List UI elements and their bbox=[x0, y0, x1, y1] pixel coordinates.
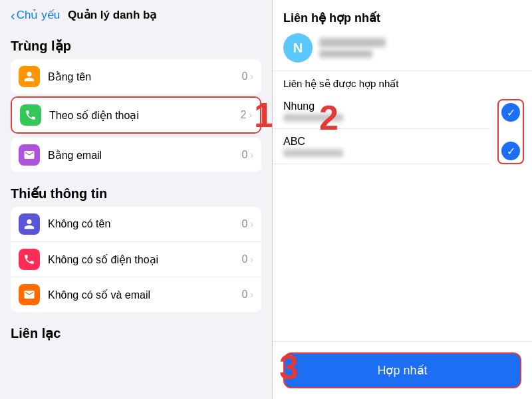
section-lien-lac: Liên lạc bbox=[0, 315, 272, 344]
merge-item-2-info: ABC bbox=[283, 136, 479, 157]
contact-name-blurred bbox=[319, 38, 386, 47]
left-panel: ‹ Chủ yếu Quản lý danh bạ Trùng lặp Bằng… bbox=[0, 0, 273, 399]
nav-back-button[interactable]: ‹ Chủ yếu bbox=[11, 8, 60, 22]
right-header: Liên hệ hợp nhất N bbox=[273, 0, 532, 71]
right-title: Liên hệ hợp nhất bbox=[283, 11, 521, 25]
theo-so-wrapper: Theo số điện thoại 2 › 1 bbox=[11, 96, 261, 134]
checkmark-1-icon: ✓ bbox=[507, 106, 515, 119]
khong-co-ten-label: Không có tên bbox=[48, 218, 241, 230]
khong-co-ten-icon bbox=[19, 213, 40, 235]
bang-ten-chevron: › bbox=[250, 71, 253, 82]
bang-email-count: 0 bbox=[241, 149, 247, 161]
list-item-bang-ten[interactable]: Bằng tên 0 › bbox=[11, 59, 261, 94]
merge-item-1-phone bbox=[283, 114, 343, 122]
spacer bbox=[273, 217, 532, 341]
step3-label: 3 bbox=[279, 350, 299, 384]
merge-list: Nhung ABC ✓ ✓ bbox=[273, 94, 532, 217]
group-bang-email: Bằng email 0 › bbox=[11, 138, 261, 172]
step1-label: 1 bbox=[254, 98, 273, 132]
group-thieu-thong-tin: Không có tên 0 › Không có số điện thoại … bbox=[11, 207, 261, 312]
theo-so-count: 2 bbox=[240, 109, 246, 121]
merge-item-1-name: Nhung bbox=[283, 100, 479, 112]
merge-items-container: Nhung ABC bbox=[273, 94, 489, 170]
bang-email-icon bbox=[19, 144, 40, 166]
right-subtitle: Liên hệ sẽ được hợp nhất bbox=[273, 71, 532, 94]
khong-so-email-chevron: › bbox=[250, 289, 253, 300]
contact-preview: N bbox=[283, 33, 521, 63]
checkbox-border: ✓ ✓ bbox=[497, 99, 524, 164]
right-panel: Liên hệ hợp nhất N Liên hệ sẽ được hợp n… bbox=[273, 0, 532, 399]
section-thieu-thong-tin: Thiếu thông tin bbox=[0, 175, 272, 207]
merge-item-1-info: Nhung bbox=[283, 100, 479, 122]
list-item-khong-co-ten[interactable]: Không có tên 0 › bbox=[11, 207, 261, 242]
merge-item-1[interactable]: Nhung bbox=[273, 94, 489, 129]
contact-info-preview bbox=[319, 38, 386, 58]
khong-so-count: 0 bbox=[241, 253, 247, 265]
bang-email-chevron: › bbox=[250, 150, 253, 160]
checkbox-1[interactable]: ✓ bbox=[501, 103, 520, 122]
bang-ten-label: Bằng tên bbox=[48, 70, 241, 83]
theo-so-chevron: › bbox=[249, 110, 252, 120]
khong-so-label: Không có số điện thoại bbox=[48, 253, 241, 266]
theo-so-icon bbox=[20, 104, 41, 126]
khong-co-ten-chevron: › bbox=[250, 219, 253, 229]
bottom-section: 3 Hợp nhất bbox=[273, 341, 532, 399]
nav-title: Quản lý danh bạ bbox=[68, 8, 156, 22]
khong-so-email-label: Không có số và email bbox=[48, 289, 241, 301]
merge-item-2[interactable]: ABC bbox=[273, 129, 489, 164]
chevron-left-icon: ‹ bbox=[11, 9, 15, 22]
nav-back-label: Chủ yếu bbox=[17, 8, 60, 22]
checkmark-2-icon: ✓ bbox=[507, 145, 515, 158]
khong-so-icon bbox=[19, 249, 40, 270]
checkbox-2[interactable]: ✓ bbox=[501, 142, 520, 160]
khong-so-email-icon bbox=[19, 284, 40, 305]
list-item-theo-so[interactable]: Theo số điện thoại 2 › bbox=[12, 98, 260, 132]
hop-nhat-button[interactable]: Hợp nhất bbox=[283, 352, 521, 388]
lien-lac-title: Liên lạc bbox=[11, 326, 61, 340]
bang-ten-count: 0 bbox=[241, 70, 247, 82]
bang-email-label: Bằng email bbox=[48, 149, 241, 162]
khong-co-ten-count: 0 bbox=[241, 218, 247, 230]
list-item-bang-email[interactable]: Bằng email 0 › bbox=[11, 138, 261, 172]
merge-item-2-name: ABC bbox=[283, 136, 479, 148]
bang-ten-icon bbox=[19, 66, 40, 87]
contact-avatar: N bbox=[283, 33, 313, 63]
theo-so-highlighted: Theo số điện thoại 2 › bbox=[11, 96, 261, 134]
khong-so-email-count: 0 bbox=[241, 289, 247, 301]
list-item-khong-so-email[interactable]: Không có số và email 0 › bbox=[11, 277, 261, 312]
nav-header: ‹ Chủ yếu Quản lý danh bạ bbox=[0, 0, 272, 27]
khong-so-chevron: › bbox=[250, 254, 253, 265]
merge-item-2-phone bbox=[283, 149, 343, 157]
group-bang-ten: Bằng tên 0 › bbox=[11, 59, 261, 94]
checkboxes-area: ✓ ✓ bbox=[489, 94, 532, 170]
list-item-khong-so[interactable]: Không có số điện thoại 0 › bbox=[11, 242, 261, 277]
section-trung-lap: Trùng lặp bbox=[0, 27, 272, 59]
theo-so-label: Theo số điện thoại bbox=[49, 109, 240, 122]
contact-phone-blurred bbox=[319, 50, 372, 58]
